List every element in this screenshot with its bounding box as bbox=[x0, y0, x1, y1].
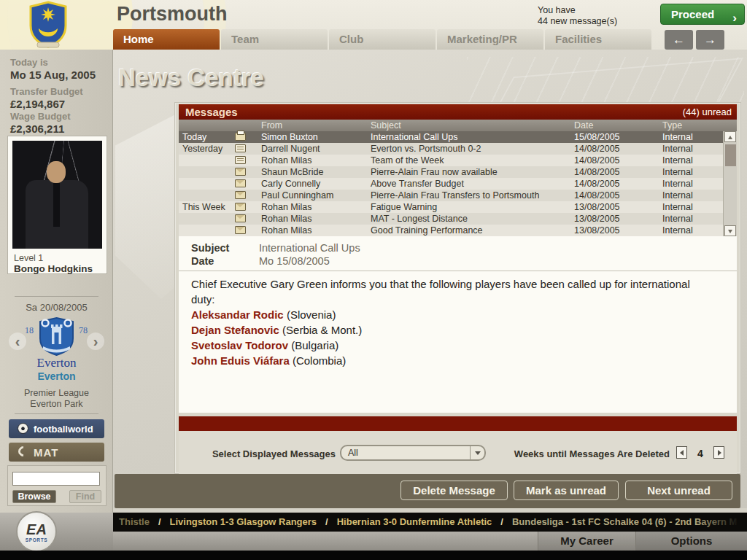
row-date: 13/08/2005 bbox=[574, 202, 620, 212]
news-ticker: Thistle/Livingston 1-3 Glasgow Rangers/H… bbox=[113, 513, 747, 532]
row-type: Internal bbox=[662, 190, 693, 201]
row-subject: Pierre-Alain Frau Transfers to Portsmout… bbox=[371, 190, 539, 201]
column-type[interactable]: Type bbox=[662, 120, 682, 131]
find-button[interactable]: Find bbox=[69, 490, 101, 503]
row-date: 14/08/2005 bbox=[574, 155, 620, 166]
messages-panel-header: Messages (44) unread bbox=[179, 104, 737, 120]
my-career-button[interactable]: My Career bbox=[538, 532, 635, 551]
photo-figure-head bbox=[47, 161, 66, 183]
table-row[interactable]: Rohan Milas Team of the Week 14/08/2005 … bbox=[179, 155, 737, 166]
filter-dropdown[interactable]: All bbox=[340, 445, 486, 461]
filter-selected-value: All bbox=[348, 448, 358, 458]
column-from[interactable]: From bbox=[261, 120, 282, 131]
mark-as-unread-button[interactable]: Mark as unread bbox=[514, 481, 619, 500]
row-date: 14/08/2005 bbox=[574, 190, 620, 201]
table-row[interactable]: Yesterday Darrell Nugent Everton vs. Por… bbox=[179, 143, 737, 155]
filter-label: Select Displayed Messages bbox=[212, 448, 336, 459]
manager-photo bbox=[12, 141, 102, 249]
proceed-arrow-icon: › bbox=[732, 8, 737, 28]
today-value: Mo 15 Aug, 2005 bbox=[10, 69, 96, 81]
scrollbar-thumb[interactable] bbox=[725, 144, 736, 166]
mat-button[interactable]: MAT bbox=[9, 443, 104, 462]
proceed-label: Proceed bbox=[671, 8, 714, 20]
table-row[interactable]: Shaun McBride Pierre-Alain Frau now avai… bbox=[179, 166, 737, 178]
screen: Portsmouth You have 44 new message(s) Pr… bbox=[0, 0, 747, 560]
manager-name: Bongo Hodgkins bbox=[14, 263, 93, 274]
ticker-segment: / bbox=[500, 516, 503, 527]
options-button[interactable]: Options bbox=[635, 532, 747, 551]
wage-budget-label: Wage Budget bbox=[10, 111, 71, 122]
called-up-player: Aleksandar Rodic (Slovenia) bbox=[191, 307, 702, 322]
tab-home[interactable]: Home bbox=[113, 29, 220, 50]
next-unread-button[interactable]: Next unread bbox=[625, 481, 732, 500]
row-subject: MAT - Longest Distance bbox=[371, 214, 468, 224]
tab-club[interactable]: Club bbox=[329, 29, 436, 50]
proceed-button[interactable]: Proceed › bbox=[660, 4, 745, 25]
footballworld-button[interactable]: footballworld bbox=[9, 419, 104, 438]
table-row[interactable]: Paul Cunningham Pierre-Alain Frau Transf… bbox=[179, 190, 737, 201]
tab-marketing-pr[interactable]: Marketing/PR bbox=[437, 29, 543, 50]
weeks-increment-button[interactable] bbox=[713, 446, 724, 459]
next-fixture-chevron[interactable]: › bbox=[87, 332, 104, 350]
mat-crescent-icon bbox=[16, 444, 31, 459]
row-date: 13/08/2005 bbox=[574, 214, 620, 224]
notice-line1: You have bbox=[538, 5, 617, 16]
ticker-segment: / bbox=[325, 516, 328, 527]
table-row[interactable]: Today Simon Buxton International Call Up… bbox=[179, 131, 737, 143]
row-type: Internal bbox=[662, 132, 693, 142]
row-type: Internal bbox=[662, 179, 693, 189]
back-arrow-button[interactable]: ← bbox=[665, 30, 693, 50]
called-up-player: Svetoslav Todorov (Bulgaria) bbox=[191, 338, 702, 353]
row-type: Internal bbox=[662, 202, 693, 212]
column-subject[interactable]: Subject bbox=[371, 120, 401, 131]
divider bbox=[15, 296, 98, 297]
search-box: Browse Find bbox=[7, 465, 107, 506]
forward-arrow-button[interactable]: → bbox=[696, 30, 724, 50]
table-row[interactable]: Carly Connelly Above Transfer Budget 14/… bbox=[179, 178, 737, 190]
row-type: Internal bbox=[662, 144, 693, 154]
row-date: 14/08/2005 bbox=[574, 179, 620, 189]
action-bar: Delete Message Mark as unread Next unrea… bbox=[115, 474, 740, 508]
manager-level: Level 1 bbox=[14, 253, 43, 263]
row-type: Internal bbox=[662, 214, 693, 224]
player-country: (Slovenia) bbox=[287, 308, 336, 321]
row-from: Rohan Milas bbox=[261, 225, 311, 236]
ea-sports-text: SPORTS bbox=[18, 537, 55, 542]
row-type: Internal bbox=[662, 167, 693, 177]
weeks-decrement-button[interactable] bbox=[676, 446, 687, 459]
row-date: 15/08/2005 bbox=[574, 132, 620, 142]
scroll-up-button[interactable] bbox=[724, 131, 736, 142]
scroll-down-button[interactable] bbox=[724, 225, 736, 236]
photo-figure-tie bbox=[53, 183, 60, 227]
today-label: Today is bbox=[10, 57, 48, 68]
scrollbar-track[interactable] bbox=[723, 131, 737, 236]
called-up-player: Dejan Stefanovic (Serbia & Mont.) bbox=[191, 322, 702, 338]
opponent-name[interactable]: Everton bbox=[0, 370, 113, 382]
messages-rows: Today Simon Buxton International Call Up… bbox=[179, 131, 737, 236]
subject-label: Subject bbox=[191, 242, 229, 254]
dropdown-arrow-icon[interactable] bbox=[470, 446, 484, 459]
subject-value: International Call Ups bbox=[259, 242, 360, 254]
player-name: Dejan Stefanovic bbox=[191, 324, 282, 336]
search-input[interactable] bbox=[12, 472, 100, 486]
ticker-segment: / bbox=[158, 516, 161, 527]
crest-year-right: 78 bbox=[79, 325, 88, 336]
messages-title: Messages bbox=[185, 106, 238, 118]
unread-count: (44) unread bbox=[683, 106, 732, 117]
table-row[interactable]: This Week Rohan Milas Fatigue Warning 13… bbox=[179, 201, 737, 213]
table-row[interactable]: Rohan Milas Good Training Performance 13… bbox=[179, 225, 737, 236]
ticker-segment: Thistle bbox=[119, 516, 150, 527]
column-date[interactable]: Date bbox=[574, 120, 593, 131]
row-subject: Fatigue Warning bbox=[371, 202, 437, 212]
date-value: Mo 15/08/2005 bbox=[259, 255, 330, 267]
delete-message-button[interactable]: Delete Message bbox=[400, 481, 508, 500]
tab-facilities[interactable]: Facilities bbox=[545, 29, 651, 50]
table-row[interactable]: Rohan Milas MAT - Longest Distance 13/08… bbox=[179, 213, 737, 225]
previous-fixture-chevron[interactable]: ‹ bbox=[9, 332, 26, 350]
message-detail: Subject International Call Ups Date Mo 1… bbox=[179, 236, 737, 413]
tab-team[interactable]: Team bbox=[221, 29, 328, 50]
row-date: 14/08/2005 bbox=[574, 167, 620, 177]
player-country: (Colombia) bbox=[293, 354, 346, 367]
row-type: Internal bbox=[662, 225, 693, 236]
browse-button[interactable]: Browse bbox=[12, 490, 56, 503]
